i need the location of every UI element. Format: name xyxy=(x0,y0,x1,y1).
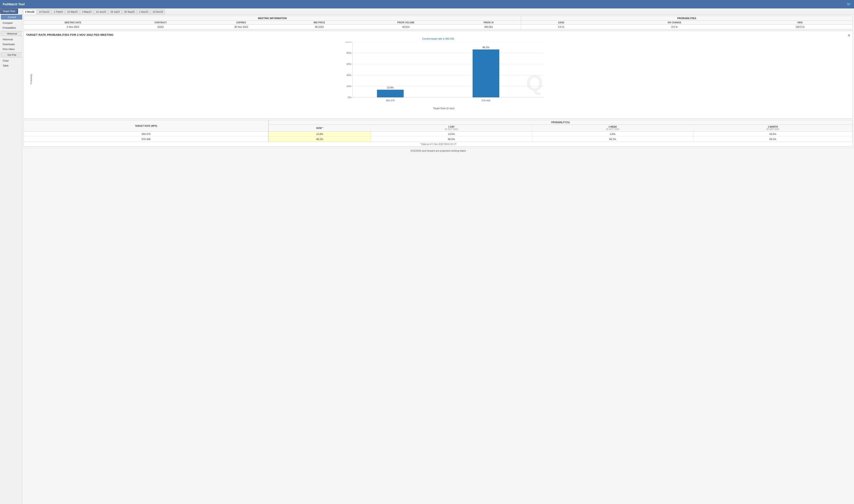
prior-volume-value: 49,614 xyxy=(355,25,456,29)
tab-14jun23[interactable]: 14 Jun23 xyxy=(94,9,108,14)
svg-text:80%: 80% xyxy=(346,52,351,54)
no-change-value: 0.0 % xyxy=(601,25,748,29)
1day-350-375: 13.5% xyxy=(371,132,532,137)
bar-350-375 xyxy=(377,90,404,97)
twitter-icon: 🐦 xyxy=(847,2,851,7)
probabilities-block: PROBABILITIES EASE NO CHANGE HIKE 0.0 % … xyxy=(521,16,852,29)
meeting-info-row: 2 Nov 2022 ZQX2 30 Nov 2022 96.2163 49,6… xyxy=(24,25,521,29)
col-mid-price: MID PRICE xyxy=(283,21,355,25)
svg-text:40%: 40% xyxy=(346,74,351,76)
svg-text:Q: Q xyxy=(526,71,543,95)
svg-text:13.8%: 13.8% xyxy=(387,86,394,89)
target-rate-button[interactable]: Target Rate xyxy=(0,8,18,14)
col-now: NOW * xyxy=(268,125,371,132)
tab-3may23[interactable]: 3 May23 xyxy=(80,9,93,14)
meeting-info-block: MEETING INFORMATION MEETING DATE CONTRAC… xyxy=(24,16,521,29)
bottom-note: 3/15/2023 and forward are projected meet… xyxy=(22,148,854,154)
bar-375-400 xyxy=(473,50,499,97)
tab-1nov23[interactable]: 1 Nov23 xyxy=(137,9,150,14)
bar-chart-svg: 100% 80% 60% 40% 20% 0% 13.8% 350-375 86… xyxy=(37,42,850,108)
col-prior-volume: PRIOR VOLUME xyxy=(355,21,456,25)
col-1day: 1 DAY31 OCT 2022 xyxy=(371,125,532,132)
chart-subtitle: Current target rate is 300-325 xyxy=(26,37,850,40)
tab-2nov22[interactable]: 2 Nov22 xyxy=(23,9,36,14)
meeting-date-value: 2 Nov 2022 xyxy=(24,25,122,29)
col-1month: 1 MONTH30 SEP 2022 xyxy=(693,125,852,132)
tab-14dec22[interactable]: 14 Dec22 xyxy=(37,9,51,14)
table-row: 375-400 86.2% 86.5% 96.2% 56.5% xyxy=(24,137,852,142)
probability-table: TARGET RATE (BPS) PROBABILITY(%) NOW * 1… xyxy=(24,120,852,142)
dot-plot-section-btn[interactable]: Dot Plot xyxy=(1,52,23,57)
chart-title: TARGET RATE PROBABILITIES FOR 2 NOV 2022… xyxy=(26,33,850,36)
probabilities-header: PROBABILITIES xyxy=(521,16,852,21)
sidebar-item-downloads[interactable]: Downloads xyxy=(0,42,22,47)
svg-text:20%: 20% xyxy=(346,85,351,88)
sidebar-item-compare[interactable]: Compare xyxy=(0,20,22,25)
probabilities-row: 0.0 % 0.0 % 100.0 % xyxy=(521,25,852,29)
col-expires: EXPIRES xyxy=(199,21,283,25)
sidebar-item-chart[interactable]: Chart xyxy=(0,58,22,63)
now-375-400: 86.2% xyxy=(268,137,371,142)
current-section-btn[interactable]: Current xyxy=(1,15,23,20)
contract-value: ZQX2 xyxy=(122,25,199,29)
rate-375-400: 375-400 xyxy=(24,137,268,142)
ease-value: 0.0 % xyxy=(521,25,601,29)
svg-text:350-375: 350-375 xyxy=(386,99,395,102)
tab-22mar23[interactable]: 22 Mar23 xyxy=(65,9,79,14)
svg-text:60%: 60% xyxy=(346,63,351,65)
chart-section: ≡ TARGET RATE PROBABILITIES FOR 2 NOV 20… xyxy=(23,31,853,119)
y-axis-title: Probability xyxy=(30,74,33,84)
1month-375-400: 56.5% xyxy=(693,137,852,142)
hike-value: 100.0 % xyxy=(748,25,852,29)
info-section: MEETING INFORMATION MEETING DATE CONTRAC… xyxy=(23,16,853,29)
prob-table-section: TARGET RATE (BPS) PROBABILITY(%) NOW * 1… xyxy=(23,120,853,146)
table-row: 350-375 13.8% 13.5% 3.8% 43.5% xyxy=(24,132,852,137)
1month-350-375: 43.5% xyxy=(693,132,852,137)
expires-value: 30 Nov 2022 xyxy=(199,25,283,29)
col-hike: HIKE xyxy=(748,21,852,25)
col-contract: CONTRACT xyxy=(122,21,199,25)
meeting-info-header: MEETING INFORMATION xyxy=(24,16,521,21)
svg-text:0%: 0% xyxy=(348,96,351,99)
historical-section-btn[interactable]: Historical xyxy=(1,31,23,36)
sidebar-item-table[interactable]: Table xyxy=(0,63,22,68)
tab-13dec23[interactable]: 13 Dec23 xyxy=(150,9,165,14)
1week-375-400: 96.2% xyxy=(532,137,693,142)
mid-price-value: 96.2163 xyxy=(283,25,355,29)
svg-text:86.2%: 86.2% xyxy=(482,46,489,49)
sidebar: Target Rate Current Compare Probabilitie… xyxy=(0,8,22,504)
col-meeting-date: MEETING DATE xyxy=(24,21,122,25)
sidebar-item-historical[interactable]: Historical xyxy=(0,37,22,42)
1day-375-400: 86.5% xyxy=(371,137,532,142)
tab-26jul23[interactable]: 26 Jul23 xyxy=(108,9,122,14)
target-rate-col-header: TARGET RATE (BPS) xyxy=(24,120,268,132)
now-350-375: 13.8% xyxy=(268,132,371,137)
meeting-info-table: MEETING DATE CONTRACT EXPIRES MID PRICE … xyxy=(24,21,521,29)
probabilities-table: EASE NO CHANGE HIKE 0.0 % 0.0 % 100.0 % xyxy=(521,21,852,29)
col-no-change: NO CHANGE xyxy=(601,21,748,25)
tab-1feb23[interactable]: 1 Feb23 xyxy=(52,9,65,14)
col-prior-oi: PRIOR OI xyxy=(456,21,521,25)
svg-text:375-400: 375-400 xyxy=(481,99,491,102)
chart-menu-icon[interactable]: ≡ xyxy=(848,33,850,38)
tab-20sep23[interactable]: 20 Sep23 xyxy=(122,9,137,14)
prior-oi-value: 383,661 xyxy=(456,25,521,29)
svg-text:100%: 100% xyxy=(345,42,351,43)
sidebar-item-probabilities[interactable]: Probabilities xyxy=(0,25,22,30)
col-ease: EASE xyxy=(521,21,601,25)
sidebar-item-prior-hikes[interactable]: Prior Hikes xyxy=(0,47,22,52)
app-title: FedWatch Tool xyxy=(3,2,25,6)
col-1week: 1 WEEK25 OCT 2022 xyxy=(532,125,693,132)
rate-350-375: 350-375 xyxy=(24,132,268,137)
prob-table-footnote: * Data as of 1 Nov 2022 09:41:15 CT xyxy=(24,142,852,146)
tab-bar: 2 Nov22 14 Dec22 1 Feb23 22 Mar23 3 May2… xyxy=(22,8,854,15)
content-area: 2 Nov22 14 Dec22 1 Feb23 22 Mar23 3 May2… xyxy=(22,8,854,504)
1week-350-375: 3.8% xyxy=(532,132,693,137)
probability-pct-header: PROBABILITY(%) xyxy=(268,120,852,125)
